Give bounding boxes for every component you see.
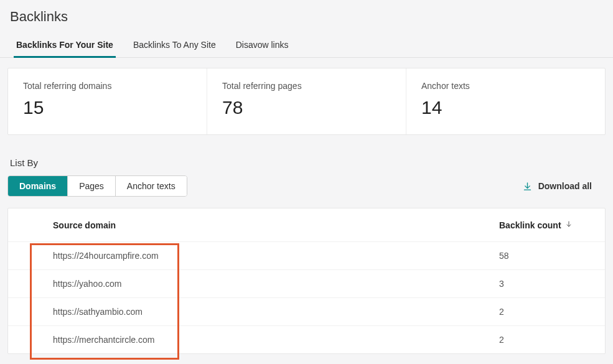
cell-domain: https://sathyambio.com <box>53 307 499 317</box>
table-row[interactable]: https://merchantcircle.com 2 <box>8 325 605 353</box>
stat-label: Anchor texts <box>421 81 590 91</box>
page-title: Backlinks <box>0 0 613 25</box>
cell-count: 2 <box>499 335 586 345</box>
tab-disavow-links[interactable]: Disavow links <box>236 40 289 57</box>
tab-backlinks-to-any-site[interactable]: Backlinks To Any Site <box>133 40 216 57</box>
cell-count: 2 <box>499 307 586 317</box>
domains-table: Source domain Backlink count https://24h… <box>7 208 606 354</box>
stat-label: Total referring pages <box>222 81 391 91</box>
arrow-down-icon <box>565 220 573 230</box>
table-row[interactable]: https://yahoo.com 3 <box>8 269 605 297</box>
cell-domain: https://24hourcampfire.com <box>53 251 499 261</box>
segment-anchor-texts[interactable]: Anchor texts <box>116 176 187 196</box>
listby-segmented-control: Domains Pages Anchor texts <box>7 175 187 197</box>
cell-domain: https://yahoo.com <box>53 279 499 289</box>
col-header-backlink-count-label: Backlink count <box>499 220 561 230</box>
segment-domains[interactable]: Domains <box>8 176 68 196</box>
tabs: Backlinks For Your Site Backlinks To Any… <box>0 25 613 58</box>
stat-value: 78 <box>222 97 391 118</box>
col-header-source-domain[interactable]: Source domain <box>53 220 499 230</box>
table-row[interactable]: https://24hourcampfire.com 58 <box>8 241 605 269</box>
stats-panel: Total referring domains 15 Total referri… <box>7 68 606 135</box>
stat-label: Total referring domains <box>23 81 192 91</box>
table-header-row: Source domain Backlink count <box>8 208 605 241</box>
cell-count: 3 <box>499 279 586 289</box>
download-all-button[interactable]: Download all <box>523 181 603 191</box>
download-icon <box>523 182 532 191</box>
stat-referring-domains: Total referring domains 15 <box>8 68 207 134</box>
table-row[interactable]: https://sathyambio.com 2 <box>8 297 605 325</box>
stat-referring-pages: Total referring pages 78 <box>207 68 406 134</box>
tab-backlinks-for-your-site[interactable]: Backlinks For Your Site <box>16 40 113 57</box>
listby-label: List By <box>10 157 613 168</box>
segment-pages[interactable]: Pages <box>68 176 116 196</box>
stat-anchor-texts: Anchor texts 14 <box>406 68 605 134</box>
col-header-backlink-count[interactable]: Backlink count <box>499 220 586 230</box>
stat-value: 15 <box>23 97 192 118</box>
download-label: Download all <box>538 181 592 191</box>
cell-count: 58 <box>499 251 586 261</box>
stat-value: 14 <box>421 97 590 118</box>
cell-domain: https://merchantcircle.com <box>53 335 499 345</box>
